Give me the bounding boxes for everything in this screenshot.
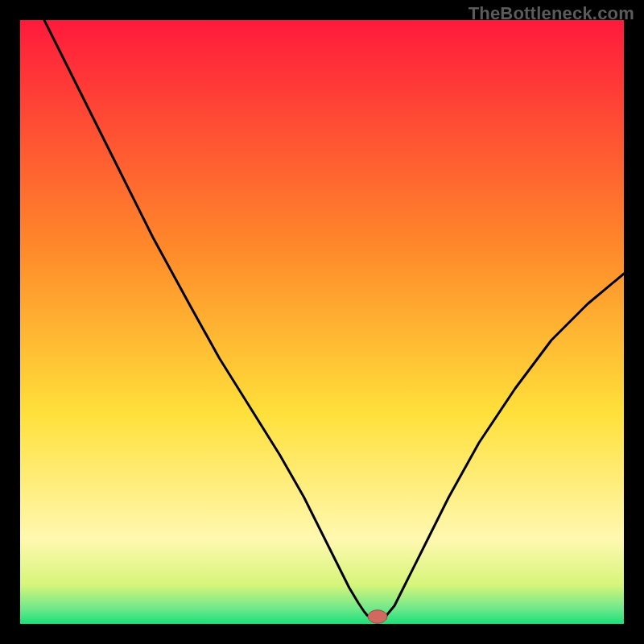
chart-frame: TheBottleneck.com	[0, 0, 644, 644]
plot-area	[20, 20, 624, 624]
optimal-point-marker	[368, 610, 387, 624]
bottleneck-chart	[20, 20, 624, 624]
watermark-label: TheBottleneck.com	[469, 3, 634, 24]
